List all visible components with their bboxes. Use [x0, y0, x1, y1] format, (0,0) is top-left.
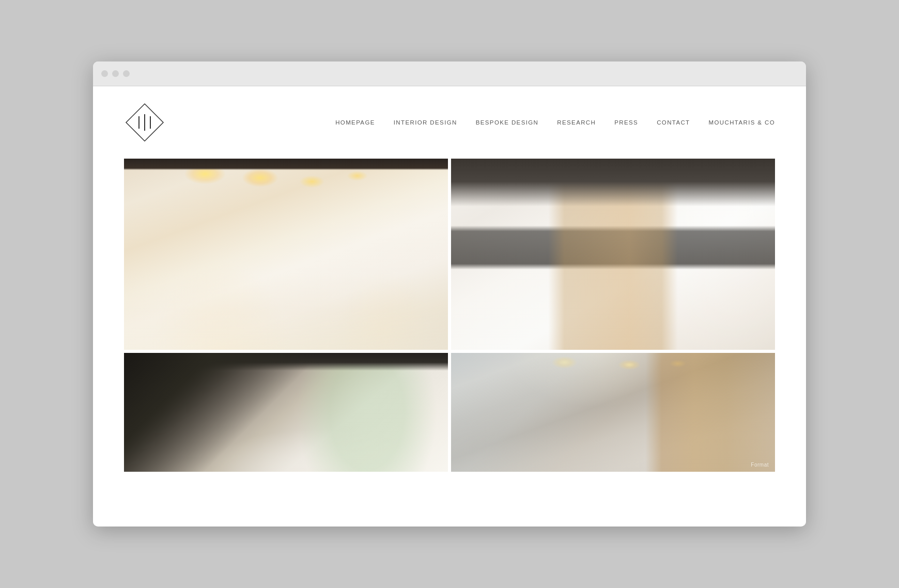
browser-dot-red	[101, 70, 108, 77]
browser-chrome	[93, 61, 806, 86]
gallery-room-4[interactable]: Format	[451, 353, 775, 472]
photo-gallery: Format	[93, 159, 806, 492]
nav-item-homepage[interactable]: HOMEPAGE	[335, 119, 375, 126]
nav-item-mouchtaris-co[interactable]: MOUCHTARIS & CO	[709, 119, 775, 126]
room-4-image	[451, 353, 775, 472]
nav-item-interior-design[interactable]: INTERIOR DESIGN	[394, 119, 457, 126]
nav-item-press[interactable]: PRESS	[614, 119, 638, 126]
room-1-image	[124, 159, 448, 350]
site-logo[interactable]	[124, 102, 165, 143]
gallery-room-3[interactable]	[124, 353, 448, 472]
site-header: HOMEPAGE INTERIOR DESIGN BESPOKE DESIGN …	[93, 86, 806, 159]
nav-item-bespoke-design[interactable]: BESPOKE DESIGN	[476, 119, 539, 126]
browser-window: HOMEPAGE INTERIOR DESIGN BESPOKE DESIGN …	[93, 61, 806, 527]
site-nav: HOMEPAGE INTERIOR DESIGN BESPOKE DESIGN …	[335, 119, 775, 126]
room-3-image	[124, 353, 448, 472]
browser-dot-yellow	[112, 70, 119, 77]
browser-dot-green	[123, 70, 130, 77]
gallery-room-1[interactable]	[124, 159, 448, 350]
room-2-image	[451, 159, 775, 350]
format-watermark: Format	[751, 462, 769, 468]
gallery-room-2[interactable]	[451, 159, 775, 350]
site-content: HOMEPAGE INTERIOR DESIGN BESPOKE DESIGN …	[93, 86, 806, 527]
nav-item-contact[interactable]: CONTACT	[657, 119, 690, 126]
nav-item-research[interactable]: RESEARCH	[557, 119, 596, 126]
